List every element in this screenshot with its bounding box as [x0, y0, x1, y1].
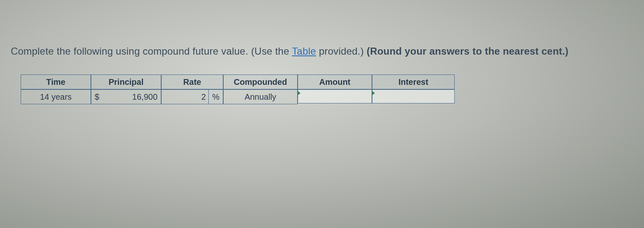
- rate-unit: %: [208, 90, 223, 104]
- question-prompt: Complete the following using compound fu…: [11, 46, 636, 57]
- principal-currency: $: [95, 92, 99, 102]
- cell-compounded: Annually: [223, 89, 298, 104]
- principal-value: 16,900: [132, 92, 157, 102]
- expand-icon: [372, 91, 375, 96]
- col-amount: Amount: [298, 74, 372, 104]
- cell-principal: $ 16,900: [91, 89, 161, 104]
- table-link[interactable]: Table: [292, 46, 316, 57]
- prompt-text-mid: provided.): [316, 46, 367, 57]
- header-amount: Amount: [298, 74, 372, 89]
- rate-value: 2: [201, 92, 208, 102]
- header-interest: Interest: [372, 74, 455, 89]
- question-container: Complete the following using compound fu…: [0, 0, 644, 104]
- data-table: Time 14 years Principal $ 16,900 Rate 2 …: [21, 74, 636, 104]
- interest-input[interactable]: [372, 89, 455, 103]
- header-rate: Rate: [161, 74, 223, 89]
- header-time: Time: [21, 74, 91, 89]
- col-compounded: Compounded Annually: [223, 74, 298, 104]
- header-compounded: Compounded: [223, 74, 298, 89]
- cell-rate: 2 %: [161, 89, 223, 104]
- expand-icon: [297, 91, 301, 96]
- amount-input[interactable]: [298, 89, 372, 103]
- cell-amount: [298, 89, 372, 104]
- header-principal: Principal: [91, 74, 161, 89]
- cell-time: 14 years: [21, 89, 91, 104]
- col-time: Time 14 years: [21, 74, 91, 104]
- prompt-text-before: Complete the following using compound fu…: [11, 46, 292, 57]
- prompt-bold: (Round your answers to the nearest cent.…: [367, 46, 568, 57]
- col-interest: Interest: [372, 74, 455, 104]
- col-principal: Principal $ 16,900: [91, 74, 161, 104]
- cell-interest: [372, 89, 455, 104]
- col-rate: Rate 2 %: [161, 74, 223, 104]
